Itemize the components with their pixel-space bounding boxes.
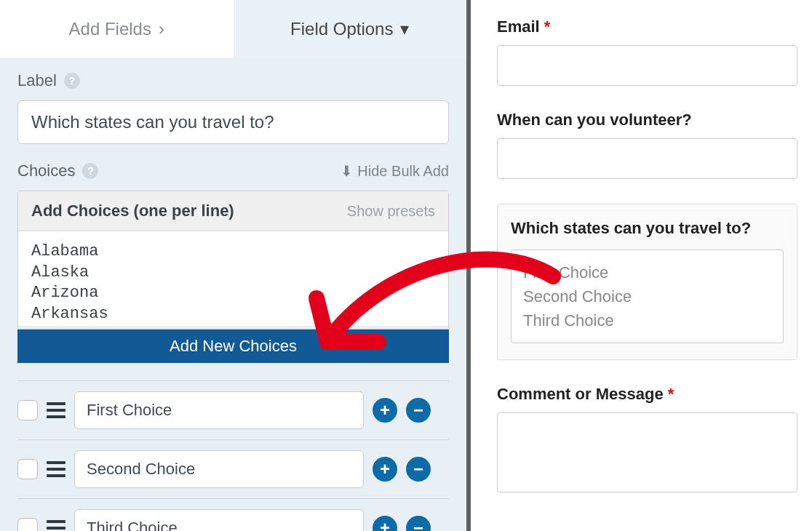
list-item: Second Choice — [523, 284, 771, 308]
form-preview: Email * When can you volunteer? Which st… — [471, 0, 812, 531]
preview-comment-field: Comment or Message * — [497, 385, 797, 492]
hide-bulk-label: Hide Bulk Add — [357, 163, 449, 180]
panel-tabs: Add Fields › Field Options ▾ — [0, 0, 466, 58]
field-label-input[interactable] — [17, 100, 449, 144]
add-choice-button[interactable]: + — [373, 457, 397, 482]
choice-default-checkbox[interactable] — [17, 459, 38, 479]
remove-choice-button[interactable]: − — [406, 398, 431, 423]
states-checkbox-list[interactable]: First Choice Second Choice Third Choice — [511, 249, 784, 343]
choices-section-header: Choices ? — [17, 161, 98, 180]
drag-handle-icon[interactable] — [47, 520, 65, 531]
remove-choice-button[interactable]: − — [406, 457, 431, 482]
label-section-header: Label ? — [17, 71, 449, 90]
list-item: Third Choice — [523, 308, 771, 332]
bulk-choices-textarea[interactable] — [18, 231, 448, 326]
download-icon: ⬇ — [341, 162, 353, 180]
help-icon[interactable]: ? — [64, 73, 80, 89]
bulk-add-title: Add Choices (one per line) — [31, 201, 234, 220]
chevron-right-icon: › — [159, 19, 164, 39]
choices-title: Choices — [17, 161, 75, 180]
remove-choice-button[interactable]: − — [406, 516, 431, 531]
show-presets-link[interactable]: Show presets — [347, 203, 435, 220]
email-label: Email * — [497, 17, 797, 36]
choice-row: + − — [17, 440, 449, 499]
comment-label: Comment or Message * — [497, 385, 797, 404]
choice-row: + − — [17, 499, 449, 531]
choice-list: + − + − + − — [17, 380, 449, 531]
add-new-choices-button[interactable]: Add New Choices — [17, 330, 449, 363]
choice-input[interactable] — [74, 509, 364, 531]
choice-input[interactable] — [74, 391, 364, 429]
email-input[interactable] — [497, 45, 797, 86]
comment-textarea[interactable] — [497, 412, 797, 492]
hide-bulk-add-link[interactable]: ⬇ Hide Bulk Add — [341, 162, 449, 180]
choice-default-checkbox[interactable] — [17, 518, 38, 531]
volunteer-label: When can you volunteer? — [497, 111, 797, 129]
choice-default-checkbox[interactable] — [17, 400, 38, 420]
tab-field-options[interactable]: Field Options ▾ — [234, 0, 467, 58]
label-title: Label — [17, 71, 57, 90]
drag-handle-icon[interactable] — [47, 461, 65, 477]
list-item: First Choice — [523, 260, 771, 284]
volunteer-input[interactable] — [497, 138, 797, 179]
help-icon[interactable]: ? — [82, 163, 98, 179]
preview-email-field: Email * — [497, 17, 797, 86]
states-label: Which states can you travel to? — [511, 219, 784, 238]
add-choice-button[interactable]: + — [373, 516, 397, 531]
add-choice-button[interactable]: + — [373, 398, 397, 423]
required-indicator: * — [668, 385, 674, 403]
preview-volunteer-field: When can you volunteer? — [497, 111, 797, 179]
drag-handle-icon[interactable] — [47, 402, 65, 418]
choice-row: + − — [17, 380, 449, 440]
required-indicator: * — [544, 17, 551, 36]
tab-add-fields[interactable]: Add Fields › — [0, 0, 234, 58]
bulk-add-box: Add Choices (one per line) Show presets — [17, 191, 449, 330]
tab-add-fields-label: Add Fields — [69, 19, 151, 39]
choice-input[interactable] — [74, 450, 364, 488]
tab-field-options-label: Field Options — [290, 19, 393, 39]
preview-states-field[interactable]: Which states can you travel to? First Ch… — [497, 204, 797, 360]
chevron-down-icon: ▾ — [400, 19, 409, 39]
field-options-panel: Add Fields › Field Options ▾ Label ? Cho… — [0, 0, 471, 531]
